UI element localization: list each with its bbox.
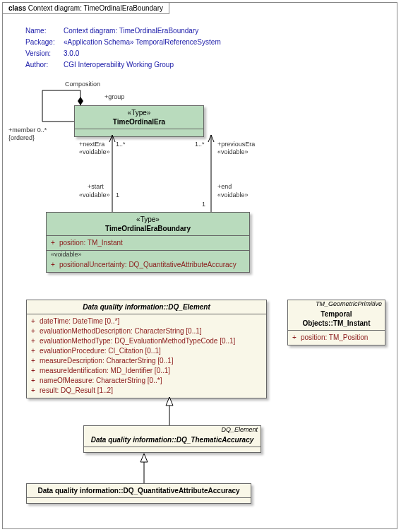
attr-row: +measureIdentification: MD_Identifier [0… [31, 366, 262, 376]
meta-author-label: Author: [25, 59, 64, 71]
class-name: TimeOrdinalEraBoundary [51, 224, 245, 233]
class-dq-quantitative-accuracy: Data quality information::DQ_Quantitativ… [26, 483, 251, 504]
class-tag: TM_GeometricPrimitive [288, 300, 385, 307]
class-name: Data quality information::DQ_ThematicAcc… [88, 435, 256, 444]
attr-row: +evaluationProcedure: CI_Citation [0..1] [31, 346, 262, 356]
title-text: Context diagram: TimeOrdinalEraBoundary [28, 4, 163, 12]
edge-start-role: +start [88, 183, 104, 191]
metadata-block: Name:Context diagram: TimeOrdinalEraBoun… [25, 25, 221, 71]
meta-name-label: Name: [25, 25, 64, 37]
edge-start-mult: 1 [116, 191, 119, 199]
class-dq-thematic-accuracy: DQ_Element Data quality information::DQ_… [83, 425, 261, 453]
class-head: Temporal Objects::TM_Instant [288, 307, 385, 331]
stereotype: «Type» [51, 215, 245, 224]
stereotype: «Type» [79, 108, 199, 117]
edge-end-voidable: «voidable» [217, 191, 249, 199]
diagram-title-tab: class Context diagram: TimeOrdinalEraBou… [3, 3, 169, 14]
meta-package-value: «Application Schema» TemporalReferenceSy… [64, 37, 221, 48]
meta-author-value: CGI Interoperability Working Group [64, 59, 174, 71]
class-tag: DQ_Element [84, 426, 261, 433]
edge-nextera-voidable: «voidable» [79, 148, 110, 156]
attr-row: +evaluationMethodDescription: CharacterS… [31, 326, 262, 336]
edge-nextera-role: +nextEra [79, 141, 104, 148]
attr-row: +measureDescription: CharacterString [0.… [31, 356, 262, 366]
attr-row: +evaluationMethodType: DQ_EvaluationMeth… [31, 336, 262, 346]
class-head: Data quality information::DQ_ThematicAcc… [84, 433, 261, 447]
class-attrs: +position: TM_Position [288, 331, 385, 345]
edge-end-mult: 1 [202, 201, 205, 208]
class-attrs: +position: TM_Instant [47, 236, 249, 250]
edge-start-voidable: «voidable» [79, 191, 110, 199]
edge-ordered-label: {ordered} [8, 134, 35, 142]
class-name: Data quality information::DQ_Quantitativ… [31, 486, 246, 495]
attr-row: +dateTime: DateTime [0..*] [31, 317, 262, 326]
meta-version-value: 3.0.0 [64, 48, 79, 59]
edge-composition-label: Composition [65, 81, 100, 88]
class-head: «Type» TimeOrdinalEra [75, 106, 203, 129]
class-dq-element: Data quality information::DQ_Element +da… [26, 300, 267, 398]
meta-package-label: Package: [25, 37, 64, 48]
attr-row: +nameOfMeasure: CharacterString [0..*] [31, 376, 262, 386]
class-time-ordinal-era: «Type» TimeOrdinalEra [74, 105, 204, 137]
edge-prevera-mult: 1..* [195, 141, 205, 148]
diagram-frame: class Context diagram: TimeOrdinalEraBou… [2, 2, 397, 529]
attr-row: +result: DQ_Result [1..2] [31, 386, 262, 396]
class-head: «Type» TimeOrdinalEraBoundary [47, 213, 249, 236]
class-name: TimeOrdinalEra [79, 117, 199, 126]
class-name: Temporal Objects::TM_Instant [292, 309, 381, 328]
edge-prevera-voidable: «voidable» [217, 148, 249, 156]
edge-member-label: +member 0..* [8, 126, 47, 134]
class-time-ordinal-era-boundary: «Type» TimeOrdinalEraBoundary +position:… [46, 212, 250, 273]
voidable-section: «voidable» [47, 250, 249, 258]
meta-version-label: Version: [25, 48, 64, 59]
edge-nextera-mult: 1..* [116, 141, 126, 148]
class-tm-instant: TM_GeometricPrimitive Temporal Objects::… [287, 300, 385, 345]
class-head: Data quality information::DQ_Element [27, 300, 266, 314]
edge-end-role: +end [217, 183, 232, 191]
class-attrs: +dateTime: DateTime [0..*]+evaluationMet… [27, 314, 266, 398]
title-prefix: class [8, 4, 28, 12]
class-head: Data quality information::DQ_Quantitativ… [27, 484, 251, 497]
edge-prevera-role: +previousEra [217, 141, 255, 148]
class-attrs: +positionalUncertainty: DQ_QuantitativeA… [47, 258, 249, 272]
class-name: Data quality information::DQ_Element [31, 302, 262, 312]
edge-group-label: +group [104, 93, 124, 101]
meta-name-value: Context diagram: TimeOrdinalEraBoundary [64, 25, 198, 37]
